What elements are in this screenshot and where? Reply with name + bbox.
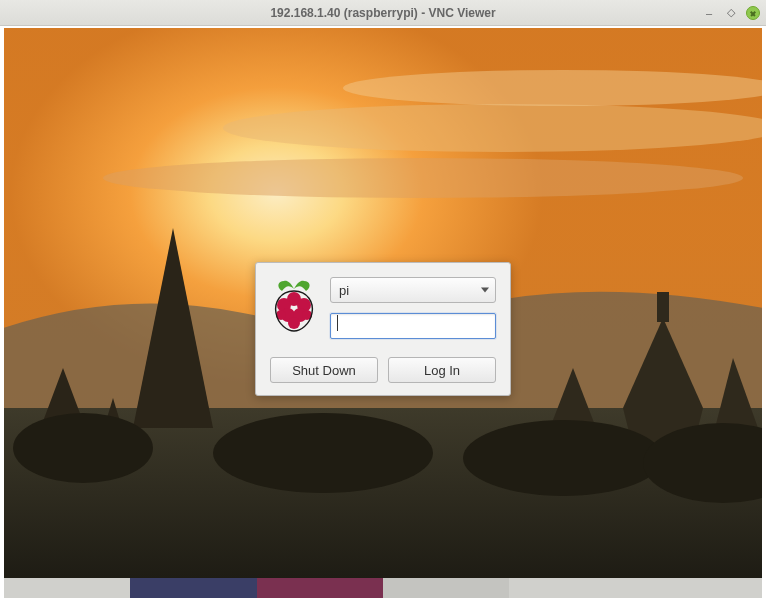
shutdown-label: Shut Down bbox=[292, 363, 356, 378]
svg-point-9 bbox=[463, 420, 663, 496]
username-select[interactable]: pi bbox=[330, 277, 496, 303]
svg-point-2 bbox=[223, 104, 762, 152]
login-dialog: pi Shut Down Log In bbox=[255, 262, 511, 396]
raspberry-pi-logo-icon bbox=[270, 277, 318, 337]
username-value: pi bbox=[339, 283, 349, 298]
window-titlebar: 192.168.1.40 (raspberrypi) - VNC Viewer … bbox=[0, 0, 766, 26]
chevron-down-icon bbox=[481, 288, 489, 293]
minimize-button[interactable]: – bbox=[702, 6, 716, 20]
close-button[interactable] bbox=[746, 6, 760, 20]
svg-point-3 bbox=[103, 158, 743, 198]
svg-rect-6 bbox=[657, 292, 669, 322]
svg-point-7 bbox=[13, 413, 153, 483]
vnc-viewport: pi Shut Down Log In bbox=[0, 26, 766, 600]
thumbnail-strip bbox=[4, 578, 762, 598]
maximize-button[interactable]: ◇ bbox=[724, 6, 738, 20]
svg-point-16 bbox=[288, 317, 300, 329]
password-input[interactable] bbox=[330, 313, 496, 339]
window-title: 192.168.1.40 (raspberrypi) - VNC Viewer bbox=[270, 6, 495, 20]
svg-point-8 bbox=[213, 413, 433, 493]
login-button[interactable]: Log In bbox=[388, 357, 496, 383]
window-controls: – ◇ bbox=[702, 6, 760, 20]
login-label: Log In bbox=[424, 363, 460, 378]
shutdown-button[interactable]: Shut Down bbox=[270, 357, 378, 383]
